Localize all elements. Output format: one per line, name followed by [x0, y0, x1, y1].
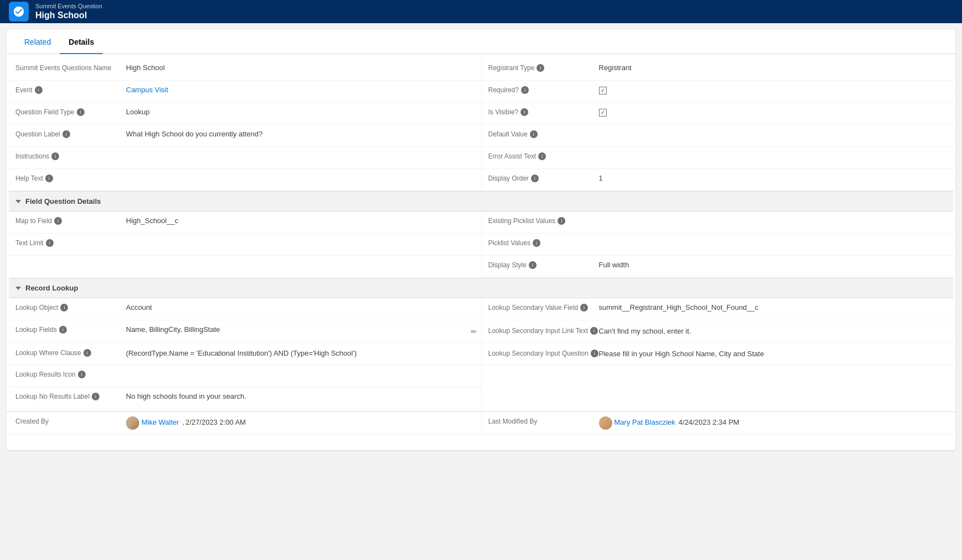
info-icon-display-style[interactable]: i: [529, 261, 537, 269]
record-lookup-title: Record Lookup: [25, 284, 78, 292]
value-lookup-secondary-value: summit__Registrant_High_School_Not_Found…: [599, 303, 947, 313]
label-lookup-secondary-value: Lookup Secondary Value Field i: [488, 303, 599, 311]
value-lookup-secondary-question: Please fill in your High School Name, Ci…: [599, 348, 947, 360]
chevron-field-details: [15, 200, 21, 203]
field-row-visible: Is Visible? i: [482, 103, 954, 125]
value-modified-by: Mary Pat Blascziek 4/24/2023 2:34 PM: [599, 416, 947, 430]
value-ql: What High School do you currently attend…: [126, 129, 475, 139]
field-row-helptext: Help Text i: [9, 169, 481, 191]
info-icon-picklist-values[interactable]: i: [533, 239, 540, 247]
field-question-details-title: Field Question Details: [25, 197, 101, 205]
value-event[interactable]: Campus Visit: [126, 85, 475, 95]
info-icon-existing-picklist[interactable]: i: [558, 217, 565, 225]
created-by-date-val: 2/27/2023 2:00 AM: [186, 418, 246, 427]
info-icon-event[interactable]: i: [35, 86, 43, 94]
app-header: Summit Events Question High School: [0, 0, 962, 23]
label-registrant-type: Registrant Type i: [488, 63, 599, 72]
app-header-titles: Summit Events Question High School: [35, 3, 102, 20]
label-error-assist: Error Assist Text i: [488, 151, 599, 160]
field-row-lookup-secondary-value: Lookup Secondary Value Field i summit__R…: [482, 298, 954, 320]
info-icon-qft[interactable]: i: [77, 108, 85, 116]
field-row-picklist-values: Picklist Values i: [482, 234, 954, 256]
field-row-existing-picklist: Existing Picklist Values i: [482, 212, 954, 234]
info-icon-lookup-secondary-value[interactable]: i: [580, 304, 588, 311]
field-row-map-to-field: Map to Field i High_School__c: [9, 212, 481, 234]
app-title: High School: [35, 10, 102, 20]
info-icon-visible[interactable]: i: [521, 108, 528, 116]
created-by-name[interactable]: Mike Walter: [141, 418, 179, 427]
info-icon-required[interactable]: i: [521, 86, 529, 94]
label-instructions: Instructions i: [15, 151, 126, 160]
modified-by-cell: Last Modified By Mary Pat Blascziek 4/24…: [481, 412, 954, 435]
rl-left: Lookup Object i Account Lookup Fields i …: [9, 298, 481, 409]
info-icon-helptext[interactable]: i: [45, 175, 53, 182]
label-lookup-no-results: Lookup No Results Label i: [15, 392, 126, 400]
app-icon: [9, 2, 29, 22]
label-lookup-object: Lookup Object i: [15, 303, 126, 311]
modified-by-name[interactable]: Mary Pat Blascziek: [614, 418, 676, 427]
app-subtitle: Summit Events Question: [35, 3, 102, 10]
field-row-lookup-results-icon: Lookup Results Icon i: [9, 365, 481, 387]
field-row-error-assist: Error Assist Text i: [482, 147, 954, 169]
value-lookup-object: Account: [126, 303, 475, 313]
field-row-event: Event i Campus Visit: [9, 81, 481, 103]
tab-details[interactable]: Details: [60, 30, 103, 54]
info-icon-default-value[interactable]: i: [530, 130, 538, 138]
info-icon-text-limit[interactable]: i: [46, 239, 54, 247]
info-icon-instructions[interactable]: i: [51, 152, 59, 160]
field-row-instructions: Instructions i: [9, 147, 481, 169]
info-icon-lookup-secondary-link[interactable]: i: [590, 327, 598, 335]
value-lookup-fields: Name, BillingCity, BillingState: [126, 325, 475, 335]
info-icon-lookup-secondary-question[interactable]: i: [591, 350, 598, 357]
field-row-lookup-secondary-link: Lookup Secondary Input Link Text i Can't…: [482, 320, 954, 343]
edit-icon-lookup-fields[interactable]: [471, 327, 477, 335]
field-row-name: Summit Events Questions Name High School: [9, 59, 481, 81]
info-icon-lookup-no-results[interactable]: i: [92, 393, 99, 400]
field-question-details-header[interactable]: Field Question Details: [9, 191, 953, 212]
main-container: Related Details Summit Events Questions …: [7, 30, 955, 450]
label-required: Required? i: [488, 85, 599, 94]
value-created-by: Mike Walter , 2/27/2023 2:00 AM: [126, 416, 475, 430]
info-icon-display-order[interactable]: i: [531, 175, 539, 182]
label-created-by: Created By: [15, 416, 126, 425]
tab-related[interactable]: Related: [15, 30, 60, 54]
field-row-display-style: Display Style i Full width: [482, 256, 954, 278]
info-icon-lookup-where[interactable]: i: [83, 349, 91, 357]
label-default-value: Default Value i: [488, 129, 599, 138]
label-lookup-fields: Lookup Fields i: [15, 325, 126, 334]
label-lookup-secondary-question: Lookup Secondary Input Question i: [488, 348, 599, 357]
value-lookup-secondary-link: Can't find my school, enter it.: [599, 326, 947, 337]
label-existing-picklist: Existing Picklist Values i: [488, 216, 599, 225]
label-lookup-secondary-link: Lookup Secondary Input Link Text i: [488, 326, 599, 335]
info-icon-registrant-type[interactable]: i: [537, 64, 544, 72]
avatar-mike: [126, 416, 139, 430]
field-row-lookup-no-results: Lookup No Results Label i No high school…: [9, 387, 481, 409]
value-display-order: 1: [599, 173, 947, 183]
label-ql: Question Label i: [15, 129, 126, 138]
field-question-details-grid: Map to Field i High_School__c Text Limit…: [7, 212, 955, 278]
info-icon-map-to-field[interactable]: i: [54, 217, 62, 225]
checkbox-required: [599, 87, 607, 94]
label-display-style: Display Style i: [488, 260, 599, 269]
fqd-left: Map to Field i High_School__c Text Limit…: [9, 212, 481, 278]
field-row-default-value: Default Value i: [482, 125, 954, 147]
label-name: Summit Events Questions Name: [15, 63, 126, 72]
record-lookup-grid: Lookup Object i Account Lookup Fields i …: [7, 298, 955, 409]
value-display-style: Full width: [599, 260, 947, 270]
value-lookup-no-results: No high schools found in your search.: [126, 392, 475, 401]
field-row-lookup-object: Lookup Object i Account: [9, 298, 481, 320]
label-helptext: Help Text i: [15, 173, 126, 182]
chevron-record-lookup: [15, 287, 21, 290]
info-icon-lookup-fields[interactable]: i: [59, 326, 67, 334]
content-area: Summit Events Questions Name High School…: [7, 54, 955, 439]
label-map-to-field: Map to Field i: [15, 216, 126, 225]
value-name: High School: [126, 63, 475, 73]
record-lookup-header[interactable]: Record Lookup: [9, 278, 953, 298]
info-icon-lookup-object[interactable]: i: [60, 304, 68, 311]
info-icon-ql[interactable]: i: [62, 130, 70, 138]
info-icon-lookup-results-icon[interactable]: i: [78, 371, 86, 378]
value-required: [599, 85, 947, 95]
value-visible: [599, 107, 947, 117]
info-icon-error-assist[interactable]: i: [538, 152, 546, 160]
tabs-bar: Related Details: [7, 30, 955, 54]
